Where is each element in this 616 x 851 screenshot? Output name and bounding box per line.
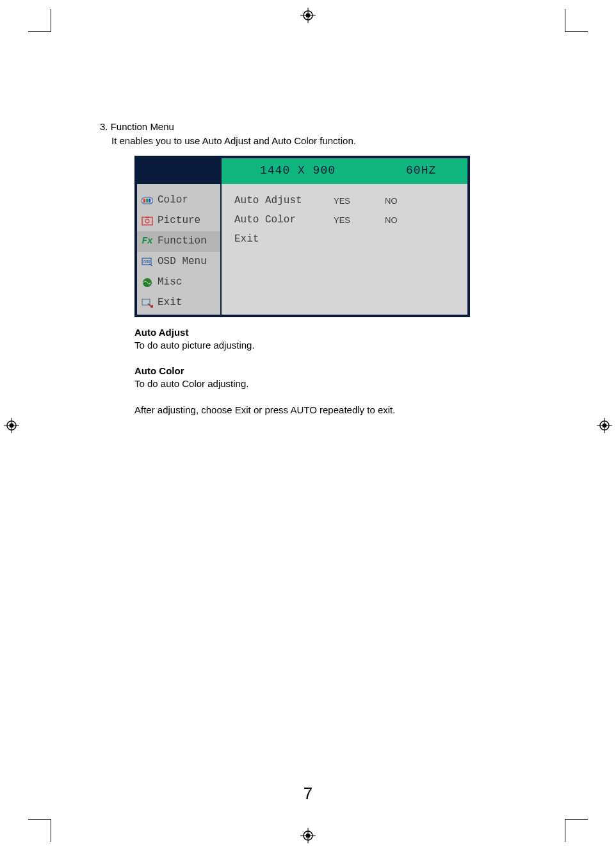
sidebar-item-label: Function	[158, 235, 207, 249]
osd-sidebar: Color Picture Fx Function OSD OSD	[137, 184, 222, 315]
osd-header-spacer	[137, 158, 222, 184]
picture-icon	[141, 216, 154, 226]
registration-mark-top-icon	[300, 8, 316, 23]
osd-option-no[interactable]: NO	[385, 215, 423, 226]
desc-footer: After adjusting, choose Exit or press AU…	[134, 404, 480, 417]
function-icon: Fx	[141, 236, 154, 247]
osd-option-auto-adjust[interactable]: Auto Adjust YES NO	[234, 192, 455, 211]
desc-auto-adjust-body: To do auto picture adjusting.	[134, 339, 480, 352]
color-icon	[141, 195, 154, 206]
osd-option-label: Auto Color	[234, 213, 327, 227]
crop-mark-bottom-left	[28, 819, 51, 842]
desc-auto-color-body: To do auto Color adjusting.	[134, 377, 480, 390]
osd-option-exit[interactable]: Exit	[234, 230, 455, 249]
osd-option-auto-color[interactable]: Auto Color YES NO	[234, 211, 455, 230]
sidebar-item-label: Exit	[158, 296, 182, 310]
section-intro: It enables you to use Auto Adjust and Au…	[111, 135, 523, 147]
registration-mark-right-icon	[597, 418, 612, 433]
osd-main: Auto Adjust YES NO Auto Color YES NO Exi…	[222, 184, 467, 315]
registration-mark-bottom-icon	[300, 828, 316, 843]
page-content: 3. Function Menu It enables you to use A…	[100, 120, 523, 429]
svg-point-21	[145, 219, 149, 223]
svg-rect-17	[143, 199, 145, 202]
sidebar-item-osd-menu[interactable]: OSD OSD Menu	[137, 252, 220, 272]
sidebar-item-misc[interactable]: Misc	[137, 272, 220, 293]
svg-rect-20	[142, 217, 152, 225]
misc-icon	[141, 277, 154, 288]
exit-icon	[141, 298, 154, 308]
desc-auto-color-term: Auto Color	[134, 365, 480, 377]
sidebar-item-picture[interactable]: Picture	[137, 211, 220, 231]
sidebar-item-label: Picture	[158, 214, 200, 228]
osd-menu-icon: OSD	[141, 257, 154, 267]
crop-mark-top-left	[28, 9, 51, 32]
sidebar-item-label: OSD Menu	[158, 255, 207, 269]
registration-mark-left-icon	[4, 418, 19, 433]
svg-rect-18	[146, 199, 148, 202]
sidebar-item-exit[interactable]: Exit	[137, 293, 220, 313]
sidebar-item-label: Color	[158, 194, 188, 208]
osd-refresh: 60HZ	[406, 163, 436, 178]
osd-header-info: 1440 X 900 60HZ	[222, 158, 467, 184]
section-title: 3. Function Menu	[100, 120, 523, 133]
page-number: 7	[0, 784, 616, 804]
crop-mark-top-right	[565, 9, 588, 32]
osd-option-yes[interactable]: YES	[334, 195, 378, 207]
desc-auto-adjust-term: Auto Adjust	[134, 326, 480, 339]
svg-rect-22	[145, 217, 149, 218]
osd-resolution: 1440 X 900	[260, 163, 336, 178]
crop-mark-bottom-right	[565, 819, 588, 842]
osd-option-no[interactable]: NO	[385, 195, 423, 207]
descriptions: Auto Adjust To do auto picture adjusting…	[134, 326, 480, 417]
sidebar-item-label: Misc	[158, 276, 182, 290]
svg-text:OSD: OSD	[143, 260, 150, 263]
osd-option-label: Auto Adjust	[234, 194, 327, 208]
sidebar-item-function[interactable]: Fx Function	[137, 231, 220, 252]
sidebar-item-color[interactable]: Color	[137, 190, 220, 211]
osd-panel: 1440 X 900 60HZ Color Picture	[134, 156, 470, 317]
osd-option-yes[interactable]: YES	[334, 215, 378, 226]
osd-header: 1440 X 900 60HZ	[137, 158, 467, 184]
osd-option-label: Exit	[234, 233, 327, 247]
svg-rect-19	[149, 199, 150, 202]
